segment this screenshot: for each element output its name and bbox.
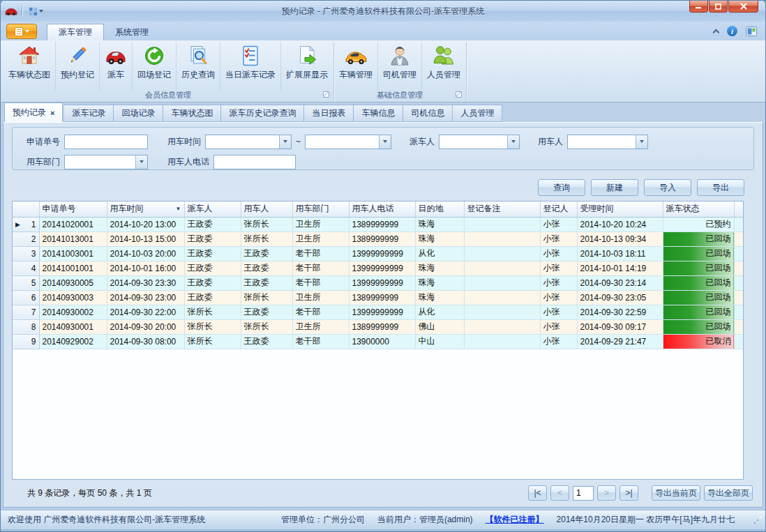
cell-dispatcher[interactable]: 王政委	[184, 290, 241, 305]
cell-use-time[interactable]: 2014-10-20 13:00	[107, 217, 184, 231]
status-badge[interactable]: 已取消	[663, 334, 734, 349]
sort-desc-icon[interactable]: ▼	[176, 206, 181, 212]
export-current-page-button[interactable]: 导出当前页	[652, 485, 700, 501]
info-icon[interactable]: i	[727, 26, 737, 36]
cell-order-no[interactable]: 20141001001	[39, 261, 107, 275]
cell-remark[interactable]	[464, 334, 540, 349]
ribbon-tab-system[interactable]: 系统管理	[104, 24, 160, 40]
cell-phone[interactable]: 13999999999	[349, 275, 415, 290]
cell-registrant[interactable]: 小张	[540, 217, 577, 231]
col-phone[interactable]: 用车人电话	[349, 202, 415, 217]
cell-user[interactable]: 王政委	[241, 305, 292, 319]
application-menu-button[interactable]	[6, 24, 37, 39]
resize-grip[interactable]	[754, 517, 761, 524]
cell-dept[interactable]: 老干部	[292, 334, 349, 349]
cell-user[interactable]: 王政委	[241, 246, 292, 261]
col-status[interactable]: 派车状态	[663, 202, 734, 217]
cell-remark[interactable]	[464, 246, 540, 261]
doc-tab-reservations[interactable]: 预约记录 ×	[4, 102, 63, 122]
cell-dispatcher[interactable]: 张所长	[184, 319, 241, 334]
status-badge[interactable]: 已回场	[663, 261, 734, 275]
cell-dept[interactable]: 卫生所	[292, 319, 349, 334]
cell-phone[interactable]: 13999999999	[349, 305, 415, 319]
doc-tab-daily-report[interactable]: 当日报表	[304, 105, 354, 122]
col-use-time[interactable]: 用车时间▼	[107, 202, 184, 217]
cell-destination[interactable]: 从化	[415, 305, 464, 319]
cell-dept[interactable]: 老干部	[292, 305, 349, 319]
cell-phone[interactable]: 1389999999	[349, 290, 415, 305]
table-row[interactable]: 8 20140930001 2014-09-30 20:00 张所长 张所长 卫…	[13, 319, 743, 334]
row-number-cell[interactable]: 9	[13, 334, 39, 349]
cell-remark[interactable]	[464, 290, 540, 305]
table-row[interactable]: ▶1 20141020001 2014-10-20 13:00 王政委 张所长 …	[13, 217, 743, 231]
cell-dept[interactable]: 老干部	[292, 275, 349, 290]
cell-order-no[interactable]: 20140930001	[39, 319, 107, 334]
col-destination[interactable]: 目的地	[415, 202, 464, 217]
cell-dept[interactable]: 卫生所	[292, 217, 349, 231]
cell-order-no[interactable]: 20140929002	[39, 334, 107, 349]
status-badge[interactable]: 已回场	[663, 319, 734, 334]
next-page-button[interactable]: >	[597, 485, 616, 501]
cell-registrant[interactable]: 小张	[540, 231, 577, 246]
cell-remark[interactable]	[464, 319, 540, 334]
status-badge[interactable]: 已预约	[663, 217, 734, 231]
cell-dept[interactable]: 卫生所	[292, 290, 349, 305]
dispatch-button[interactable]: 派车	[99, 42, 132, 90]
style-chooser-icon[interactable]	[746, 26, 757, 36]
prev-page-button[interactable]: <	[550, 485, 569, 501]
close-button[interactable]	[728, 1, 758, 13]
cell-accept-time[interactable]: 2014-09-30 22:59	[577, 305, 663, 319]
cell-user[interactable]: 张所长	[241, 217, 292, 231]
cell-dept[interactable]: 卫生所	[292, 231, 349, 246]
table-row[interactable]: 2 20141013001 2014-10-13 15:00 王政委 张所长 卫…	[13, 231, 743, 246]
table-row[interactable]: 4 20141001001 2014-10-01 16:00 王政委 王政委 老…	[13, 261, 743, 275]
cell-dispatcher[interactable]: 王政委	[184, 246, 241, 261]
cell-user[interactable]: 王政委	[241, 334, 292, 349]
doc-tab-driver-info[interactable]: 司机信息	[403, 105, 453, 122]
extend-screen-button[interactable]: 扩展屏显示	[280, 42, 333, 90]
row-number-cell[interactable]: ▶1	[13, 217, 39, 231]
cell-use-time[interactable]: 2014-10-03 20:00	[107, 246, 184, 261]
reservation-register-button[interactable]: 预约登记	[55, 42, 99, 90]
cell-registrant[interactable]: 小张	[540, 334, 577, 349]
new-button[interactable]: 新建	[591, 179, 638, 196]
cell-registrant[interactable]: 小张	[540, 275, 577, 290]
cell-registrant[interactable]: 小张	[540, 290, 577, 305]
cell-user[interactable]: 王政委	[241, 261, 292, 275]
vehicle-manage-button[interactable]: 车辆管理	[334, 42, 377, 90]
cell-destination[interactable]: 从化	[415, 246, 464, 261]
dialog-launcher-icon[interactable]	[323, 91, 329, 98]
use-time-to-dropdown[interactable]	[305, 135, 391, 149]
table-row[interactable]: 6 20140930003 2014-09-30 23:00 王政委 张所长 卫…	[13, 290, 743, 305]
cell-order-no[interactable]: 20141020001	[39, 217, 107, 231]
table-row[interactable]: 5 20140930005 2014-09-30 23:30 王政委 王政委 老…	[13, 275, 743, 290]
cell-use-time[interactable]: 2014-09-30 08:00	[107, 334, 184, 349]
doc-tab-personnel[interactable]: 人员管理	[453, 105, 502, 122]
cell-destination[interactable]: 珠海	[415, 275, 464, 290]
cell-destination[interactable]: 佛山	[415, 319, 464, 334]
history-query-button[interactable]: 历史查询	[176, 42, 220, 90]
cell-registrant[interactable]: 小张	[540, 319, 577, 334]
export-button[interactable]: 导出	[697, 179, 744, 196]
chevron-down-icon[interactable]	[279, 135, 291, 149]
cell-phone[interactable]: 1389999999	[349, 319, 415, 334]
dialog-launcher-icon[interactable]	[456, 91, 462, 98]
status-badge[interactable]: 已回场	[663, 246, 734, 261]
cell-accept-time[interactable]: 2014-09-30 23:05	[577, 290, 663, 305]
doc-tab-vehicle-status[interactable]: 车辆状态图	[163, 105, 221, 122]
cell-dispatcher[interactable]: 王政委	[184, 217, 241, 231]
cell-remark[interactable]	[464, 231, 540, 246]
driver-manage-button[interactable]: 司机管理	[377, 42, 421, 90]
cell-order-no[interactable]: 20141003001	[39, 246, 107, 261]
cell-user[interactable]: 张所长	[241, 290, 292, 305]
col-order-no[interactable]: 申请单号	[39, 202, 107, 217]
status-badge[interactable]: 已回场	[663, 290, 734, 305]
chevron-down-icon[interactable]	[379, 135, 391, 149]
cell-use-time[interactable]: 2014-09-30 22:00	[107, 305, 184, 319]
dispatcher-dropdown[interactable]	[439, 135, 520, 149]
row-number-cell[interactable]: 8	[13, 319, 39, 334]
order-no-input[interactable]	[64, 135, 148, 149]
ribbon-tab-dispatch[interactable]: 派车管理	[47, 24, 104, 40]
cell-user[interactable]: 王政委	[241, 275, 292, 290]
cell-dispatcher[interactable]: 张所长	[184, 305, 241, 319]
